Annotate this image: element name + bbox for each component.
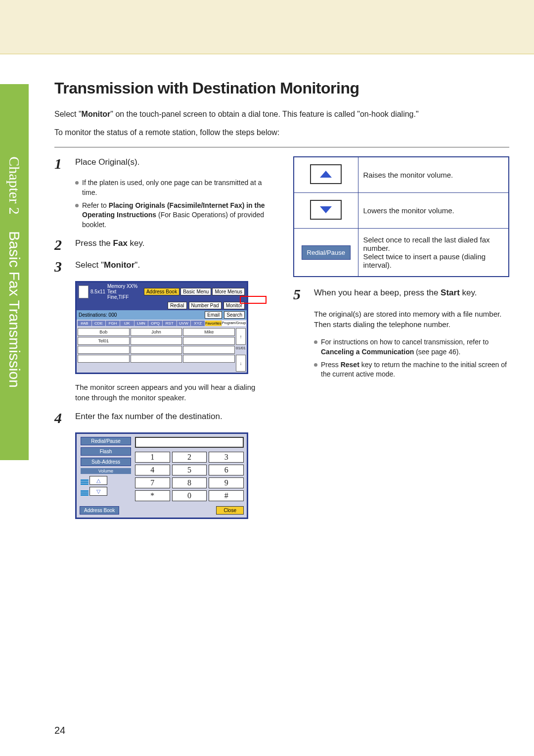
- tab-cde[interactable]: CDE: [92, 321, 106, 326]
- contact-empty-6[interactable]: [78, 355, 130, 363]
- more-menus-button[interactable]: More Menus: [212, 288, 245, 295]
- right-column: Raises the monitor volume. Lowers the mo…: [293, 156, 509, 527]
- volume-up-button[interactable]: △: [89, 476, 107, 485]
- key-1[interactable]: 1: [135, 452, 170, 463]
- page-title: Transmission with Destination Monitoring: [54, 79, 509, 97]
- step-3-title: Select "Monitor".: [75, 259, 270, 274]
- intro-paragraph-2: To monitor the status of a remote statio…: [54, 127, 509, 138]
- step-5-subtext: The original(s) are stored into memory w…: [314, 309, 509, 330]
- volume-down-button[interactable]: ▽: [89, 487, 107, 496]
- contact-empty-1[interactable]: [131, 337, 182, 345]
- tab-ijk[interactable]: IJK: [120, 321, 134, 326]
- volume-down-desc: Lowers the monitor volume.: [358, 193, 509, 229]
- step-5-title: When you hear a beep, press the Start ke…: [314, 287, 509, 302]
- step-number-2: 2: [54, 237, 67, 252]
- key-3[interactable]: 3: [209, 452, 244, 463]
- volume-up-icon[interactable]: [310, 164, 342, 184]
- key-4[interactable]: 4: [135, 465, 170, 475]
- dialpad-close-button[interactable]: Close: [216, 506, 244, 515]
- chapter-subtitle: Basic Fax Transmission: [6, 231, 23, 388]
- tab-uvw[interactable]: UVW: [177, 321, 191, 326]
- step-5-bullet-2: Press Reset key to return the machine to…: [314, 360, 509, 379]
- key-6[interactable]: 6: [209, 465, 244, 475]
- key-9[interactable]: 9: [209, 477, 244, 488]
- step-1-bullet-1: If the platen is used, only one page can…: [75, 178, 270, 197]
- basic-menu-button[interactable]: Basic Menu: [180, 288, 211, 295]
- status-size: 8.5x11: [90, 289, 105, 294]
- alpha-tabs: #AB CDE FGH IJK LMN OPQ RST UVW XYZ Favo…: [77, 320, 247, 327]
- sub-address-button[interactable]: Sub-Address: [81, 458, 131, 466]
- dialpad-screenshot: Redial/Pause Flash Sub-Address Volume △: [75, 432, 270, 519]
- redial-pause-desc: Select once to recall the last dialed fa…: [358, 229, 509, 277]
- step-number-3: 3: [54, 259, 67, 274]
- contact-mike[interactable]: Mike: [183, 328, 235, 336]
- email-button[interactable]: Email: [205, 311, 222, 319]
- status-memory: Memory XX%: [107, 284, 142, 289]
- redial-pause-icon-button[interactable]: Redial/Pause: [302, 245, 351, 260]
- intro-paragraph-1: Select "Monitor" on the touch-panel scre…: [54, 108, 509, 120]
- chapter-side-tab: Chapter 2 Basic Fax Transmission: [0, 84, 29, 460]
- page-number: 24: [54, 725, 65, 736]
- step-3-after-text: The monitor screen appears and you will …: [75, 382, 270, 403]
- status-fine: Fine,TIFF: [107, 294, 142, 300]
- volume-label: Volume: [81, 468, 131, 474]
- divider: [54, 147, 509, 147]
- status-text: Text: [107, 289, 142, 294]
- redial-pause-button[interactable]: Redial/Pause: [81, 437, 131, 445]
- destinations-label: Destinations: 000: [79, 312, 117, 318]
- number-pad-button[interactable]: Number Pad: [189, 302, 222, 309]
- search-button[interactable]: Search: [224, 311, 245, 319]
- flash-button[interactable]: Flash: [81, 447, 131, 456]
- key-7[interactable]: 7: [135, 477, 170, 488]
- contact-john[interactable]: John: [131, 328, 182, 336]
- contact-tel01[interactable]: Tel01: [78, 337, 130, 345]
- page-indicator: 01/01: [236, 346, 246, 354]
- volume-up-desc: Raises the monitor volume.: [358, 157, 509, 193]
- step-4-title: Enter the fax number of the destination.: [75, 411, 270, 425]
- contact-bob[interactable]: Bob: [78, 328, 130, 336]
- volume-down-icon[interactable]: [310, 200, 342, 220]
- volume-bars-icon-2: [81, 487, 89, 496]
- monitor-highlight: [240, 296, 267, 304]
- tab-opq[interactable]: OPQ: [148, 321, 162, 326]
- dialpad-address-book-button[interactable]: Address Book: [80, 506, 119, 515]
- step-number-4: 4: [54, 411, 67, 425]
- tab-favorites[interactable]: Favorites: [205, 321, 222, 326]
- volume-bars-icon: [81, 476, 89, 485]
- document-icon: [79, 285, 89, 298]
- page-header-band: [0, 0, 534, 54]
- step-2-title: Press the Fax key.: [75, 237, 270, 252]
- tab-rst[interactable]: RST: [163, 321, 177, 326]
- step-1-bullet-2: Refer to Placing Originals (Facsimile/In…: [75, 201, 270, 230]
- step-1-title: Place Original(s).: [75, 156, 270, 171]
- step-number-1: 1: [54, 156, 67, 171]
- key-8[interactable]: 8: [172, 477, 207, 488]
- address-book-screenshot: 8.5x11 Memory XX% Text Fine,TIFF Address…: [75, 281, 270, 374]
- contact-empty-2[interactable]: [183, 337, 235, 345]
- left-column: 1 Place Original(s). If the platen is us…: [54, 156, 270, 527]
- step-5-bullet-1: For instructions on how to cancel transm…: [314, 337, 509, 357]
- tab-ab[interactable]: #AB: [78, 321, 91, 326]
- key-hash[interactable]: #: [209, 490, 244, 501]
- step-number-5: 5: [293, 287, 306, 302]
- tab-lmn[interactable]: LMN: [134, 321, 148, 326]
- chapter-label: Chapter 2: [6, 156, 23, 214]
- key-star[interactable]: *: [135, 490, 170, 501]
- redial-button[interactable]: Redial: [168, 302, 186, 309]
- scroll-down-icon[interactable]: ↓: [236, 355, 246, 372]
- scroll-up-icon[interactable]: ↑: [236, 328, 246, 345]
- contact-empty-7[interactable]: [131, 355, 182, 363]
- dial-display: [135, 437, 244, 448]
- tab-program-group[interactable]: Program/Group: [222, 321, 246, 326]
- key-0[interactable]: 0: [172, 490, 207, 501]
- contact-empty-4[interactable]: [131, 346, 182, 354]
- key-5[interactable]: 5: [172, 465, 207, 475]
- volume-controls-table: Raises the monitor volume. Lowers the mo…: [293, 156, 509, 277]
- tab-xyz[interactable]: XYZ: [191, 321, 205, 326]
- tab-fgh[interactable]: FGH: [106, 321, 120, 326]
- contact-empty-3[interactable]: [78, 346, 130, 354]
- address-book-button[interactable]: Address Book: [144, 288, 179, 295]
- contact-empty-8[interactable]: [183, 355, 235, 363]
- contact-empty-5[interactable]: [183, 346, 235, 354]
- key-2[interactable]: 2: [172, 452, 207, 463]
